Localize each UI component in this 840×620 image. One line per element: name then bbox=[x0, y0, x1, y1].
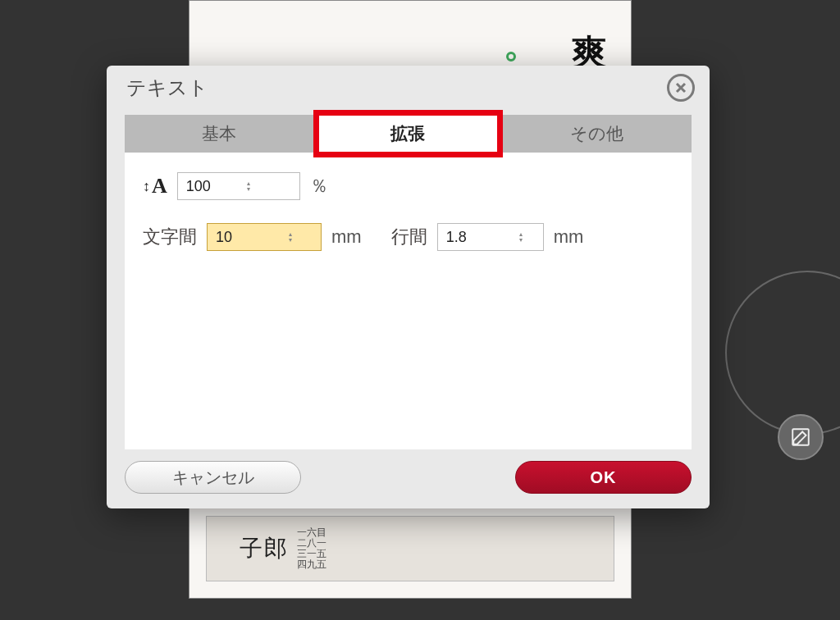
cancel-button[interactable]: キャンセル bbox=[125, 461, 301, 494]
line-spacing-field[interactable] bbox=[446, 229, 516, 246]
scale-input-field[interactable] bbox=[186, 178, 244, 195]
dialog-title: テキスト bbox=[126, 75, 208, 101]
scale-row: ↕A ▴ ▾ ％ bbox=[143, 172, 673, 200]
bg-address-numbers: 一六目 二八一 三一五 四九五 bbox=[297, 527, 326, 571]
text-settings-dialog: テキスト 基本 拡張 その他 ↕A ▴ ▾ ％ 文 bbox=[107, 66, 710, 508]
edit-fab-button[interactable] bbox=[778, 414, 824, 460]
dialog-footer: キャンセル OK bbox=[107, 449, 710, 508]
tab-basic[interactable]: 基本 bbox=[125, 115, 313, 153]
char-spacing-spinner[interactable]: ▴ ▾ bbox=[289, 232, 292, 243]
extended-panel: ↕A ▴ ▾ ％ 文字間 ▴ ▾ mm 行間 bbox=[125, 153, 692, 449]
scale-unit: ％ bbox=[310, 174, 328, 198]
scale-spinner[interactable]: ▴ ▾ bbox=[247, 181, 250, 192]
chevron-down-icon[interactable]: ▾ bbox=[247, 187, 250, 192]
char-spacing-unit: mm bbox=[331, 226, 362, 248]
bg-address-block: 子郎 一六目 二八一 三一五 四九五 bbox=[206, 516, 614, 581]
tab-extended[interactable]: 拡張 bbox=[313, 115, 502, 153]
bg-name-text: 子郎 bbox=[240, 533, 289, 564]
close-icon bbox=[674, 81, 687, 94]
vertical-scale-icon: ↕A bbox=[143, 174, 167, 198]
bg-selection-handle[interactable] bbox=[506, 52, 516, 62]
line-spacing-label: 行間 bbox=[391, 225, 427, 249]
char-spacing-field[interactable] bbox=[216, 229, 285, 246]
scale-input[interactable]: ▴ ▾ bbox=[177, 172, 300, 200]
close-button[interactable] bbox=[667, 74, 695, 102]
tab-other[interactable]: その他 bbox=[503, 115, 692, 153]
line-spacing-spinner[interactable]: ▴ ▾ bbox=[519, 232, 523, 243]
line-spacing-unit: mm bbox=[554, 226, 584, 248]
ok-button[interactable]: OK bbox=[515, 461, 692, 494]
spacing-row: 文字間 ▴ ▾ mm 行間 ▴ ▾ mm bbox=[143, 223, 673, 251]
tab-bar: 基本 拡張 その他 bbox=[125, 115, 692, 153]
pencil-square-icon bbox=[790, 426, 811, 448]
chevron-down-icon[interactable]: ▾ bbox=[289, 238, 292, 243]
bg-magnifier-circle bbox=[725, 271, 840, 435]
chevron-down-icon[interactable]: ▾ bbox=[519, 238, 523, 243]
svg-rect-0 bbox=[792, 429, 809, 445]
char-spacing-input[interactable]: ▴ ▾ bbox=[207, 223, 322, 251]
dialog-header: テキスト bbox=[107, 66, 710, 105]
line-spacing-input[interactable]: ▴ ▾ bbox=[437, 223, 544, 251]
char-spacing-label: 文字間 bbox=[143, 225, 197, 249]
